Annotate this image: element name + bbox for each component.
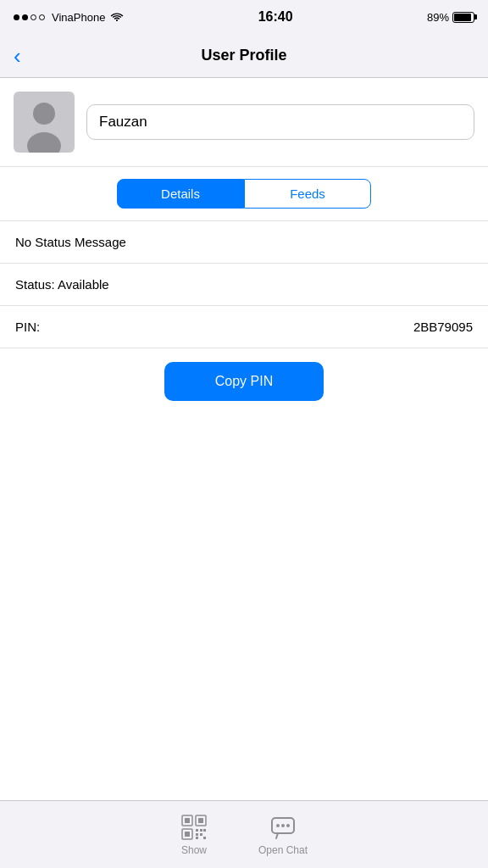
status-value: Available [58,277,109,292]
wifi-icon [110,10,124,25]
status-label-value: Status: Available [15,277,109,292]
qr-code-icon [180,814,208,841]
bbm-icon [269,814,297,841]
battery-icon [452,12,474,23]
tabs-container: Details Feeds [0,167,488,221]
carrier-name: VinaPhone [52,11,105,24]
svg-rect-9 [196,829,198,832]
dot1 [14,14,19,20]
back-button[interactable]: ‹ [14,45,21,67]
tab-feeds[interactable]: Feeds [244,179,371,209]
svg-rect-12 [196,833,198,836]
page-title: User Profile [201,47,286,64]
battery-status: 89% [427,11,474,24]
battery-percent: 89% [427,11,449,24]
svg-rect-15 [196,837,198,839]
dot4 [39,14,45,20]
svg-point-18 [281,824,285,827]
show-button[interactable]: Show [180,814,208,856]
avatar [14,92,75,153]
status-label: Status: [15,277,58,292]
dot3 [30,14,36,20]
open-chat-button[interactable]: Open Chat [258,814,308,856]
svg-rect-13 [200,833,202,836]
nav-bar: ‹ User Profile [0,34,488,78]
tab-details[interactable]: Details [117,179,244,209]
signal-dots [14,14,45,20]
status-time: 16:40 [258,9,293,25]
details-section: No Status Message Status: Available PIN:… [0,221,488,800]
pin-value: 2BB79095 [413,320,473,334]
svg-rect-14 [203,837,206,839]
svg-point-19 [286,824,290,827]
open-chat-label: Open Chat [258,844,308,856]
status-message-row: No Status Message [0,221,488,264]
dot2 [22,14,28,20]
avatar-icon [14,92,75,153]
username-input[interactable] [86,104,474,140]
content-area: Details Feeds No Status Message Status: … [0,78,488,800]
svg-rect-10 [200,829,202,832]
pin-row: PIN: 2BB79095 [0,306,488,348]
copy-pin-button[interactable]: Copy PIN [164,362,324,401]
svg-rect-4 [185,818,190,823]
show-label: Show [181,844,207,856]
svg-rect-8 [185,832,190,837]
bottom-bar: Show Open Chat [0,800,488,868]
svg-point-17 [276,824,280,827]
pin-label: PIN: [15,320,40,334]
status-row: Status: Available [0,264,488,306]
carrier-signal: VinaPhone [14,10,124,25]
svg-rect-6 [198,818,203,823]
profile-header [0,78,488,167]
status-message-text: No Status Message [15,235,126,249]
status-bar: VinaPhone 16:40 89% [0,0,488,34]
svg-point-1 [33,103,55,125]
svg-rect-11 [203,829,206,832]
